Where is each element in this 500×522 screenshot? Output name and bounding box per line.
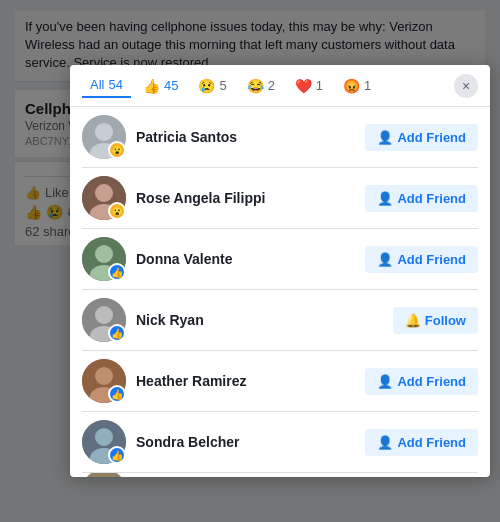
person-name: Nick Ryan [136,312,383,328]
svg-point-16 [95,428,113,446]
add-friend-label: Add Friend [397,252,466,267]
tab-haha-count: 2 [268,78,275,93]
follow-button[interactable]: 🔔 Follow [393,307,478,334]
modal-header: All 54 👍 45 😢 5 😂 2 ❤️ 1 [70,65,490,107]
tab-angry-count: 1 [364,78,371,93]
heart-tab-emoji: ❤️ [295,78,312,94]
person-name: Patricia Santos [136,129,355,145]
add-friend-icon: 👤 [377,435,393,450]
avatar-wrap: 👍 [82,298,126,342]
reactions-modal: All 54 👍 45 😢 5 😂 2 ❤️ 1 [70,65,490,477]
tab-heart-count: 1 [316,78,323,93]
add-friend-icon: 👤 [377,252,393,267]
reaction-badge: 👍 [108,324,126,342]
avatar-wrap: 😮 [82,115,126,159]
tab-all-label: All [90,77,104,92]
like-tab-emoji: 👍 [143,78,160,94]
tab-heart[interactable]: ❤️ 1 [287,74,331,98]
reaction-badge: 😮 [108,202,126,220]
add-friend-label: Add Friend [397,191,466,206]
add-friend-icon: 👤 [377,374,393,389]
list-item: 👍 Donna Valente 👤 Add Friend [70,229,490,289]
add-friend-button[interactable]: 👤 Add Friend [365,124,478,151]
tab-sad-count: 5 [219,78,226,93]
add-friend-label: Add Friend [397,435,466,450]
list-item: 😮 Rose Angela Filippi 👤 Add Friend [70,168,490,228]
reaction-tabs: All 54 👍 45 😢 5 😂 2 ❤️ 1 [82,73,379,98]
tab-haha[interactable]: 😂 2 [239,74,283,98]
reaction-badge: 👍 [108,446,126,464]
tab-sad[interactable]: 😢 5 [190,74,234,98]
avatar-wrap: 👍 [82,359,126,403]
list-item: 👍 Sondra Belcher 👤 Add Friend [70,412,490,472]
add-friend-label: Add Friend [397,130,466,145]
person-name: Heather Ramirez [136,373,355,389]
list-item: 😮 Patricia Santos 👤 Add Friend [70,107,490,167]
list-item: 👍 Nick Ryan 🔔 Follow [70,290,490,350]
svg-point-10 [95,306,113,324]
angry-tab-emoji: 😡 [343,78,360,94]
tab-like[interactable]: 👍 45 [135,74,186,98]
add-friend-label: Add Friend [397,374,466,389]
add-friend-icon: 👤 [377,191,393,206]
avatar [82,473,126,477]
add-friend-icon: 👤 [377,130,393,145]
person-name: Donna Valente [136,251,355,267]
sad-tab-emoji: 😢 [198,78,215,94]
svg-point-4 [95,184,113,202]
add-friend-button[interactable]: 👤 Add Friend [365,246,478,273]
add-friend-button[interactable]: 👤 Add Friend [365,429,478,456]
list-item: 👍 La Gerda Linda Linda [70,473,490,477]
avatar-wrap: 👍 [82,473,126,477]
reaction-badge: 😮 [108,141,126,159]
people-list: 😮 Patricia Santos 👤 Add Friend 😮 Rose An… [70,107,490,477]
svg-point-1 [95,123,113,141]
avatar-wrap: 😮 [82,176,126,220]
tab-like-count: 45 [164,78,178,93]
follow-label: Follow [425,313,466,328]
tab-all-count: 54 [108,77,122,92]
svg-point-13 [95,367,113,385]
tab-angry[interactable]: 😡 1 [335,74,379,98]
add-friend-button[interactable]: 👤 Add Friend [365,185,478,212]
list-item: 👍 Heather Ramirez 👤 Add Friend [70,351,490,411]
haha-tab-emoji: 😂 [247,78,264,94]
modal-close-button[interactable]: × [454,74,478,98]
reaction-badge: 👍 [108,385,126,403]
avatar-wrap: 👍 [82,420,126,464]
tab-all[interactable]: All 54 [82,73,131,98]
add-friend-button[interactable]: 👤 Add Friend [365,368,478,395]
follow-icon: 🔔 [405,313,421,328]
reaction-badge: 👍 [108,263,126,281]
svg-rect-18 [82,473,126,477]
svg-point-7 [95,245,113,263]
person-name: Sondra Belcher [136,434,355,450]
avatar-wrap: 👍 [82,237,126,281]
person-name: Rose Angela Filippi [136,190,355,206]
